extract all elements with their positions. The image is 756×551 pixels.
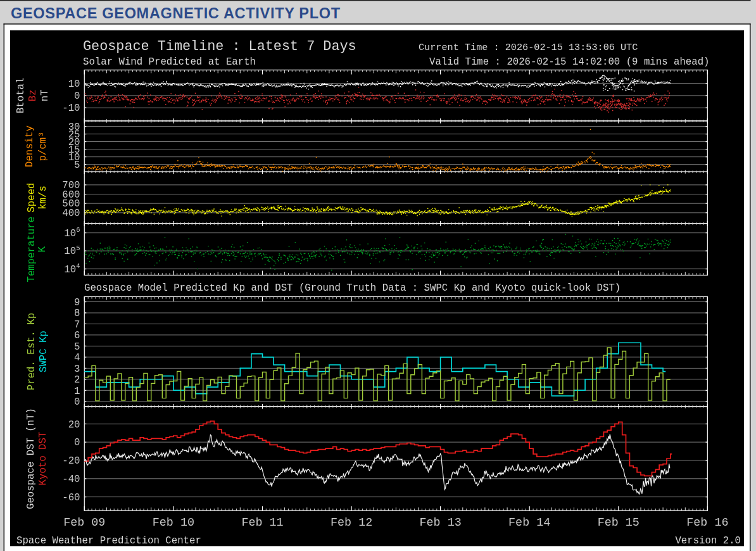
svg-text:0: 0 [74, 437, 80, 448]
svg-text:Geospace Model Predicted Kp an: Geospace Model Predicted Kp and DST (Gro… [84, 282, 621, 294]
svg-text:Feb 09: Feb 09 [63, 516, 105, 529]
svg-text:5: 5 [74, 160, 80, 171]
svg-text:3: 3 [74, 364, 80, 375]
svg-text:GEOSPACE GEOMAGNETIC ACTIVITY: GEOSPACE GEOMAGNETIC ACTIVITY PLOT [11, 5, 341, 22]
svg-text:km/s: km/s [37, 186, 49, 210]
svg-text:nT: nT [40, 89, 51, 101]
svg-text:400: 400 [62, 208, 80, 219]
svg-text:Valid Time : 2026-02-15 14:02:: Valid Time : 2026-02-15 14:02:00 (9 mins… [429, 56, 709, 68]
svg-text:Btotal: Btotal [16, 78, 27, 113]
svg-text:8: 8 [74, 308, 80, 319]
svg-text:0: 0 [74, 396, 80, 408]
svg-text:9: 9 [74, 297, 80, 308]
svg-text:Speed: Speed [26, 182, 37, 212]
svg-text:Feb 16: Feb 16 [686, 516, 728, 529]
svg-text:-10: -10 [62, 103, 80, 114]
svg-text:Pred. Est. Kp: Pred. Est. Kp [26, 313, 37, 390]
svg-text:Feb 11: Feb 11 [241, 516, 283, 529]
svg-text:Space Weather Prediction Cente: Space Weather Prediction Center [16, 535, 201, 547]
svg-text:Bz: Bz [28, 89, 39, 101]
svg-text:Feb 13: Feb 13 [419, 516, 461, 529]
svg-text:Solar Wind Predicted at Earth: Solar Wind Predicted at Earth [83, 56, 256, 68]
svg-text:7: 7 [74, 319, 80, 331]
svg-text:Geospace DST (nT): Geospace DST (nT) [25, 408, 37, 509]
svg-text:6: 6 [74, 330, 80, 341]
svg-text:Density: Density [24, 125, 35, 167]
svg-text:2: 2 [74, 374, 80, 386]
svg-text:Version 2.0: Version 2.0 [675, 535, 741, 547]
svg-text:Feb 14: Feb 14 [508, 516, 550, 529]
svg-text:-60: -60 [62, 492, 80, 504]
svg-text:Current Time : 2026-02-15 13:5: Current Time : 2026-02-15 13:53:06 UTC [419, 42, 638, 53]
svg-text:5: 5 [74, 341, 80, 353]
svg-text:Feb 12: Feb 12 [331, 516, 372, 529]
svg-text:Temperature: Temperature [26, 217, 37, 282]
svg-text:4: 4 [74, 352, 80, 364]
svg-text:-40: -40 [62, 474, 80, 485]
svg-text:Feb 10: Feb 10 [153, 516, 194, 529]
svg-text:p/cm³: p/cm³ [37, 131, 49, 161]
svg-text:Geospace Timeline : Latest 7 D: Geospace Timeline : Latest 7 Days [83, 39, 356, 54]
svg-text:1: 1 [74, 386, 80, 397]
svg-text:Kyoto DST: Kyoto DST [37, 432, 49, 486]
svg-text:K: K [37, 246, 49, 252]
svg-text:SWPC Kp: SWPC Kp [38, 331, 49, 372]
svg-text:Feb 15: Feb 15 [598, 516, 639, 529]
svg-text:-20: -20 [62, 455, 80, 467]
svg-text:20: 20 [68, 419, 80, 431]
svg-text:0: 0 [74, 91, 80, 102]
svg-text:10: 10 [68, 79, 80, 90]
